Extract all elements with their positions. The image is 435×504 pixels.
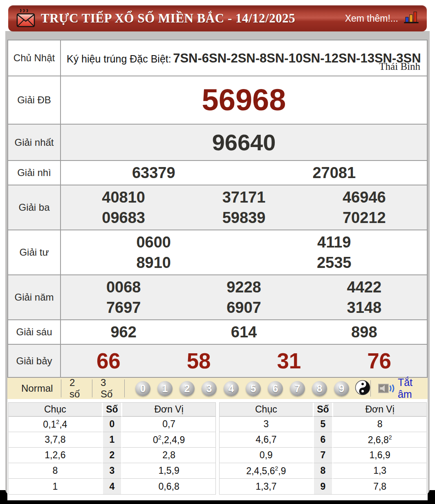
divider	[124, 379, 125, 397]
summary-header: Số	[313, 403, 334, 417]
summary-row: 4,6,762,6,82	[220, 432, 426, 448]
prize-number: 46946	[304, 187, 424, 207]
mode-normal[interactable]: Normal	[13, 383, 61, 394]
prize-number: 27081	[244, 163, 425, 183]
prize-row: Giải tư0600411989102535	[8, 230, 427, 275]
digit-ball-7[interactable]: 7	[290, 381, 305, 396]
units-cell: 02,2,4,9	[122, 432, 215, 448]
prize-label: Giải nhất	[8, 124, 61, 161]
summary-header: Đơn Vị	[122, 403, 215, 417]
prize-number: 9228	[184, 277, 304, 297]
day-label: Chủ Nhật	[8, 40, 61, 76]
summary-row: 2,4,5,62,981,3	[220, 463, 426, 479]
prize-number: 76	[334, 347, 424, 375]
prize-number: 09683	[63, 207, 184, 228]
mute-button[interactable]: Tắt âm	[378, 377, 422, 400]
summary-table-0-4: ChụcSốĐơn Vị0,12,400,73,7,8102,2,4,91,2,…	[8, 402, 216, 495]
units-cell: 1,3	[333, 463, 426, 479]
prize-number: 2535	[244, 252, 425, 273]
prize-label: Giải ba	[8, 185, 61, 230]
mode-2-digits[interactable]: 2 số	[61, 377, 92, 400]
speaker-icon	[378, 381, 394, 395]
digit-cell: 0	[102, 417, 123, 432]
digit-cell: 6	[313, 432, 334, 448]
digit-ball-0[interactable]: 0	[135, 381, 150, 396]
prize-values: 96640	[61, 124, 427, 161]
summary-header: Chục	[9, 403, 102, 417]
prize-number: 0068	[63, 277, 184, 297]
prize-values: 6337927081	[61, 161, 427, 185]
prize-number: 66	[63, 347, 154, 375]
summary-header: Đơn Vị	[333, 403, 426, 417]
prize-row: Giải bảy66583176	[8, 344, 427, 377]
prize-number: 7697	[63, 297, 184, 318]
summary-row: 1,3,797,8	[220, 479, 426, 494]
digit-cell: 4	[102, 479, 123, 494]
prize-values: 006892284422769769073148	[61, 275, 427, 320]
units-cell: 7,8	[333, 479, 426, 494]
units-cell: 0,6,8	[122, 479, 215, 494]
prize-number: 0600	[63, 232, 244, 252]
prize-row: Giải năm006892284422769769073148	[8, 275, 427, 320]
mute-label: Tắt âm	[398, 377, 422, 400]
prize-number: 70212	[304, 207, 424, 228]
see-more-link[interactable]: Xem thêm!...	[345, 13, 398, 24]
tens-cell: 1,3,7	[220, 479, 313, 494]
digit-ball-9[interactable]: 9	[334, 381, 349, 396]
digit-cell: 2	[102, 448, 123, 463]
mode-3-digits[interactable]: 3 Số	[92, 377, 124, 400]
digit-summary-zone: ChụcSốĐơn Vị0,12,400,73,7,8102,2,4,91,2,…	[7, 399, 428, 500]
prize-number: 40810	[63, 187, 184, 207]
prize-row: Giải nhất96640	[8, 124, 427, 161]
digit-ball-2[interactable]: 2	[179, 381, 195, 396]
page-title: TRỰC TIẾP XỔ SỐ MIỀN BẮC - 14/12/2025	[41, 11, 295, 26]
prize-values: 66583176	[61, 344, 427, 377]
digit-cell: 7	[313, 448, 334, 463]
prize-row: Giải ba408103717146946096835983970212	[8, 185, 427, 230]
digit-ball-6[interactable]: 6	[268, 381, 283, 396]
special-sign-cell: Ký hiệu trúng Đặc Biệt: 7SN-6SN-2SN-8SN-…	[61, 40, 427, 76]
digit-ball-1[interactable]: 1	[157, 381, 173, 396]
digit-cell: 1	[102, 432, 123, 448]
summary-row: 3,7,8102,2,4,9	[9, 432, 215, 448]
summary-row: 358	[220, 417, 426, 432]
day-sign-row: Chủ Nhật Ký hiệu trúng Đặc Biệt: 7SN-6SN…	[8, 40, 427, 76]
lottery-widget: TRỰC TIẾP XỔ SỐ MIỀN BẮC - 14/12/2025 Xe…	[0, 0, 435, 504]
prize-number: 56968	[63, 80, 424, 120]
results-table: Chủ Nhật Ký hiệu trúng Đặc Biệt: 7SN-6SN…	[7, 40, 428, 378]
prize-number: 8910	[63, 252, 244, 273]
summary-row: 140,6,8	[9, 479, 215, 494]
summary-header: Số	[102, 403, 123, 417]
digit-ball-5[interactable]: 5	[246, 381, 261, 396]
bar-chart-icon[interactable]	[403, 11, 419, 26]
summary-header: Chục	[220, 403, 313, 417]
prize-number: 614	[184, 322, 304, 342]
units-cell: 2,6,82	[333, 432, 426, 448]
digit-ball-4[interactable]: 4	[224, 381, 239, 396]
prize-label: Giải nhì	[8, 161, 61, 185]
digit-ball-strip: 0123456789	[135, 381, 349, 396]
prize-number: 58	[154, 347, 244, 375]
prize-number: 96640	[63, 127, 424, 158]
results-panel: Chủ Nhật Ký hiệu trúng Đặc Biệt: 7SN-6SN…	[5, 31, 430, 495]
prize-number: 4422	[304, 277, 424, 297]
province-name: Thái Bình	[379, 61, 420, 72]
prize-label: Giải ĐB	[8, 76, 61, 124]
yin-yang-icon[interactable]	[355, 380, 370, 397]
digit-cell: 3	[102, 463, 123, 479]
summary-row: 1,2,622,8	[9, 448, 215, 463]
digit-cell: 9	[313, 479, 334, 494]
prize-number: 59839	[184, 207, 304, 228]
tens-cell: 1	[9, 479, 102, 494]
prize-row: Giải sáu962614898	[8, 320, 427, 344]
tens-cell: 0,9	[220, 448, 313, 463]
digit-ball-3[interactable]: 3	[202, 381, 217, 396]
units-cell: 2,8	[122, 448, 215, 463]
tens-cell: 2,4,5,62,9	[220, 463, 313, 479]
units-cell: 1,6,9	[333, 448, 426, 463]
digit-ball-8[interactable]: 8	[312, 381, 327, 396]
header-bar: TRỰC TIẾP XỔ SỐ MIỀN BẮC - 14/12/2025 Xe…	[8, 5, 427, 31]
summary-row: 0,971,6,9	[220, 448, 426, 463]
prize-label: Giải tư	[8, 230, 61, 275]
tens-cell: 8	[9, 463, 102, 479]
